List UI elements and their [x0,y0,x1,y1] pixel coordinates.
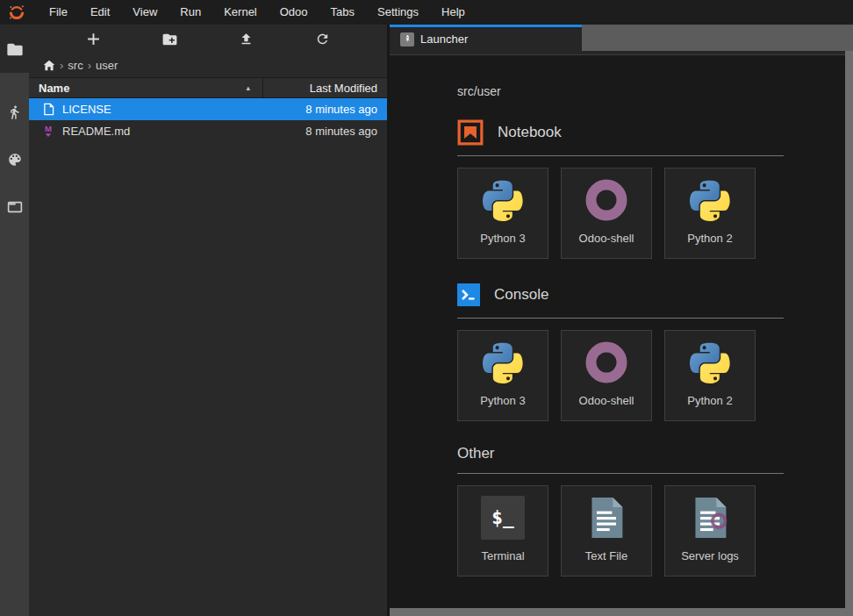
launcher-card-python3-console[interactable]: Python 3 [457,330,548,421]
section-notebook: Notebook Python 3 [457,118,784,259]
card-label: Python 2 [687,232,732,245]
file-modified: 8 minutes ago [305,125,387,138]
name-header-label: Name [39,82,69,95]
breadcrumb-separator: › [88,59,91,72]
upload-icon [239,32,254,47]
section-console: Console Python 3 [457,280,784,421]
section-other: Other $_ Terminal [457,442,784,577]
launcher-card-text-file[interactable]: Text File [561,485,652,577]
sidebar-item-running[interactable] [0,102,29,123]
plus-icon [86,32,101,47]
launcher-card-python2-console[interactable]: Python 2 [664,330,756,421]
markdown-icon: M [41,125,55,138]
menubar: File Edit View Run Kernel Odoo Tabs Sett… [0,0,853,25]
breadcrumb-src[interactable]: src [68,59,82,72]
new-folder-button[interactable] [158,29,183,50]
console-icon [457,283,480,306]
sort-asc-icon: ▴ [246,83,250,92]
sidebar-item-commands[interactable] [0,149,29,170]
left-sidebar [0,25,29,616]
card-label: Odoo-shell [579,232,634,245]
modified-column-header[interactable]: Last Modified [263,78,387,97]
terminal-icon: $_ [481,496,525,540]
menu-kernel[interactable]: Kernel [212,0,269,25]
sidebar-item-open-tabs[interactable] [0,197,29,218]
card-label: Python 3 [480,394,525,407]
palette-icon [7,152,23,168]
python-icon [482,331,524,394]
launcher-panel: src/user Notebook [390,51,845,608]
menu-odoo[interactable]: Odoo [269,0,319,25]
card-label: Text File [585,549,627,562]
tabs-icon [7,200,23,214]
section-title: Notebook [498,124,562,141]
upload-button[interactable] [234,29,259,50]
file-browser-panel: › src › user Name ▴ Last Modified LICENS… [29,25,387,616]
section-rule [457,473,784,474]
python-icon [482,168,524,232]
breadcrumb: › src › user [29,54,387,77]
file-name: LICENSE [62,103,305,116]
main-dock-panel: Launcher src/user Notebook [390,25,853,616]
notebook-icon [457,119,484,146]
menu-settings[interactable]: Settings [366,0,430,25]
file-icon [41,103,55,116]
menu-run[interactable]: Run [168,0,212,25]
runner-icon [7,104,22,120]
home-icon[interactable] [43,60,55,71]
odoo-ring-icon [584,331,629,394]
dock-tabbar: Launcher [390,25,853,51]
python-icon [689,331,731,394]
card-label: Server logs [681,549,739,562]
card-label: Terminal [481,549,524,562]
server-logs-icon [690,486,730,549]
section-rule [457,155,784,156]
odoo-ring-icon [584,168,629,232]
launcher-card-odoo-shell-notebook[interactable]: Odoo-shell [561,168,652,259]
folder-icon [6,42,24,57]
modified-header-label: Last Modified [310,82,377,95]
launcher-card-odoo-shell-console[interactable]: Odoo-shell [561,330,652,421]
launcher-card-server-logs[interactable]: Server logs [664,485,756,577]
horizontal-scrollbar[interactable] [390,608,853,616]
launcher-card-python2-notebook[interactable]: Python 2 [664,168,756,259]
breadcrumb-user[interactable]: user [96,59,118,72]
menu-file[interactable]: File [38,0,79,25]
breadcrumb-separator: › [60,59,63,72]
card-label: Odoo-shell [579,394,634,407]
section-rule [457,318,784,319]
text-file-icon [586,486,627,549]
card-label: Python 3 [480,232,525,245]
odoo-logo-icon [8,4,25,21]
launcher-card-terminal[interactable]: $_ Terminal [457,485,548,577]
file-name: README.md [62,125,305,138]
tab-launcher-label: Launcher [420,32,468,46]
new-folder-icon [161,32,178,47]
vertical-scrollbar[interactable] [845,51,853,608]
file-list-header: Name ▴ Last Modified [29,77,387,98]
section-title: Console [494,286,548,304]
section-title: Other [457,445,495,462]
menu-tabs[interactable]: Tabs [319,0,366,25]
menu-help[interactable]: Help [430,0,477,25]
menu-edit[interactable]: Edit [79,0,121,25]
launcher-card-python3-notebook[interactable]: Python 3 [457,168,548,259]
refresh-icon [315,32,330,47]
svg-text:M: M [45,125,52,133]
launcher-cwd: src/user [457,84,845,98]
tab-launcher[interactable]: Launcher [390,25,582,51]
file-row[interactable]: M README.md 8 minutes ago [29,120,387,142]
file-modified: 8 minutes ago [305,103,387,116]
sidebar-item-file-browser[interactable] [0,39,29,60]
new-launcher-button[interactable] [82,29,106,50]
file-row[interactable]: LICENSE 8 minutes ago [29,98,387,120]
refresh-button[interactable] [311,29,335,50]
file-browser-toolbar [29,25,387,54]
card-label: Python 2 [687,394,732,407]
name-column-header[interactable]: Name ▴ [29,78,263,97]
python-icon [689,168,731,232]
menu-view[interactable]: View [121,0,168,25]
launcher-rocket-icon [400,32,414,47]
